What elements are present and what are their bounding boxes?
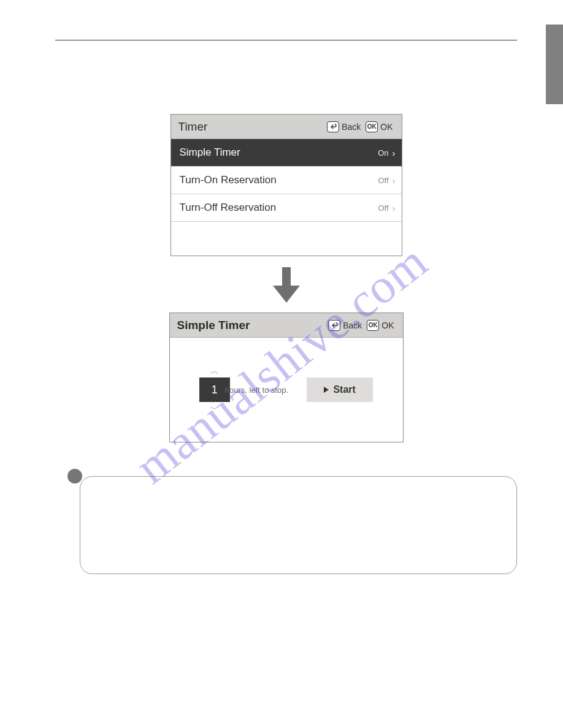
- menu-item-value: Off: [378, 176, 388, 185]
- down-arrow-icon: [273, 267, 300, 304]
- menu-item-label: Turn-On Reservation: [180, 174, 277, 186]
- note-bullet-icon: [67, 469, 82, 483]
- back-label: Back: [343, 320, 362, 330]
- simple-timer-header: Simple Timer Back OK OK: [170, 313, 403, 338]
- menu-item-label: Simple Timer: [180, 146, 240, 159]
- menu-item-simple-timer[interactable]: Simple Timer On ›: [171, 139, 402, 167]
- chevron-up-icon[interactable]: ︿: [210, 366, 219, 375]
- note-box: [55, 476, 517, 574]
- back-icon: [327, 121, 339, 132]
- ok-label: OK: [380, 122, 393, 132]
- chevron-down-icon[interactable]: ﹀: [210, 404, 219, 413]
- back-label: Back: [342, 122, 361, 132]
- start-button[interactable]: Start: [307, 377, 373, 402]
- ok-label: OK: [381, 320, 394, 330]
- ok-icon: OK: [367, 320, 379, 331]
- simple-timer-body: ︿ 1 ﹀ hours, left to stop. Start: [170, 338, 403, 442]
- menu-item-turn-off-reservation[interactable]: Turn-Off Reservation Off ›: [171, 194, 402, 222]
- ok-icon: OK: [366, 121, 378, 132]
- simple-timer-title: Simple Timer: [177, 319, 250, 332]
- header-icons: Back OK OK: [328, 320, 396, 331]
- start-label: Start: [333, 384, 355, 395]
- menu-item-label: Turn-Off Reservation: [180, 202, 277, 214]
- header-rule: [55, 40, 517, 40]
- chevron-right-icon: ›: [393, 175, 396, 186]
- menu-item-value: Off: [378, 203, 388, 213]
- play-icon: [324, 387, 329, 393]
- hours-caption: hours, left to stop.: [225, 385, 288, 395]
- timer-panel-title: Timer: [178, 120, 208, 134]
- menu-item-value: On: [378, 148, 388, 157]
- chevron-right-icon: ›: [393, 203, 396, 213]
- timer-panel: Timer Back OK OK Simple Timer On ›: [170, 114, 402, 256]
- timer-panel-header: Timer Back OK OK: [171, 115, 402, 139]
- side-tab: [546, 25, 563, 104]
- back-icon: [328, 320, 340, 331]
- menu-item-turn-on-reservation[interactable]: Turn-On Reservation Off ›: [171, 167, 402, 194]
- simple-timer-panel: Simple Timer Back OK OK ︿ 1 ﹀: [169, 313, 404, 442]
- menu-item-empty: [171, 222, 402, 256]
- chevron-right-icon: ›: [393, 148, 396, 158]
- header-icons: Back OK OK: [327, 121, 395, 132]
